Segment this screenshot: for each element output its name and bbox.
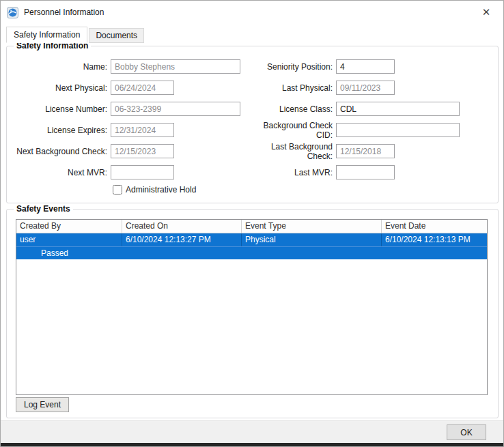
safety-events-group: Safety Events Created By Created On Even… <box>6 209 499 418</box>
next-background-check-label: Next Background Check: <box>8 147 111 156</box>
table-row[interactable]: user 6/10/2024 12:13:27 PM Physical 6/10… <box>16 233 487 246</box>
window-title: Personnel Information <box>24 8 104 17</box>
personnel-information-dialog: Personnel Information ✕ Safety Informati… <box>0 0 504 447</box>
safety-events-table: Created By Created On Event Type Event D… <box>16 219 488 395</box>
license-number-field[interactable] <box>111 102 240 116</box>
column-header-created-on[interactable]: Created On <box>122 220 242 233</box>
field-last-background-check: Last Background Check: <box>249 141 496 162</box>
table-empty-area <box>16 259 487 394</box>
license-class-field[interactable] <box>336 102 460 116</box>
seniority-position-label: Seniority Position: <box>249 62 336 72</box>
field-seniority-position: Seniority Position: <box>249 56 496 77</box>
field-next-mvr: Next MVR: <box>8 162 249 183</box>
log-event-button[interactable]: Log Event <box>16 397 69 412</box>
table-row-detail[interactable]: Passed <box>16 246 487 259</box>
license-expires-field[interactable] <box>111 123 174 137</box>
next-background-check-field[interactable] <box>111 144 174 158</box>
safety-events-group-title: Safety Events <box>14 204 73 214</box>
cell-event-date: 6/10/2024 12:13:13 PM <box>382 233 487 246</box>
safety-information-group: Safety Information Name: Seniority Posit… <box>6 46 499 203</box>
last-physical-label: Last Physical: <box>249 83 336 93</box>
title-bar: Personnel Information ✕ <box>1 1 503 24</box>
license-number-label: License Number: <box>8 104 111 114</box>
last-physical-field[interactable] <box>336 81 395 95</box>
last-background-check-label: Last Background Check: <box>249 142 336 161</box>
field-next-physical: Next Physical: <box>8 77 249 98</box>
window-bottom-edge <box>1 443 503 446</box>
app-icon <box>7 7 18 18</box>
field-last-physical: Last Physical: <box>249 77 496 98</box>
name-label: Name: <box>8 62 111 72</box>
license-expires-label: License Expires: <box>8 126 111 135</box>
last-background-check-field[interactable] <box>336 144 395 158</box>
next-mvr-label: Next MVR: <box>8 168 111 177</box>
tab-strip: Safety Information Documents <box>6 28 145 43</box>
license-class-label: License Class: <box>249 104 336 114</box>
column-header-event-date[interactable]: Event Date <box>382 220 487 233</box>
tab-documents[interactable]: Documents <box>89 28 144 43</box>
next-physical-label: Next Physical: <box>8 83 111 93</box>
field-license-expires: License Expires: <box>8 119 249 141</box>
cell-created-on: 6/10/2024 12:13:27 PM <box>122 233 242 246</box>
cell-created-by: user <box>16 233 122 246</box>
dialog-footer: OK <box>1 420 503 443</box>
field-last-mvr: Last MVR: <box>249 162 496 183</box>
administrative-hold-checkbox[interactable] <box>113 185 122 194</box>
last-mvr-field[interactable] <box>336 165 395 179</box>
administrative-hold-label: Administrative Hold <box>126 185 196 194</box>
administrative-hold-row: Administrative Hold <box>113 185 196 194</box>
field-background-check-cid: Background Check CID: <box>249 119 496 141</box>
field-name: Name: <box>8 56 249 77</box>
tab-safety-information[interactable]: Safety Information <box>6 27 87 43</box>
last-mvr-label: Last MVR: <box>249 168 336 177</box>
field-license-class: License Class: <box>249 98 496 119</box>
next-physical-field[interactable] <box>111 81 174 95</box>
safety-events-table-header: Created By Created On Event Type Event D… <box>16 220 487 233</box>
field-next-background-check: Next Background Check: <box>8 141 249 162</box>
close-icon[interactable]: ✕ <box>475 3 497 22</box>
ok-button[interactable]: OK <box>447 424 486 440</box>
seniority-position-field[interactable] <box>336 59 395 74</box>
column-header-created-by[interactable]: Created By <box>16 220 122 233</box>
column-header-event-type[interactable]: Event Type <box>242 220 382 233</box>
name-field[interactable] <box>111 59 240 74</box>
background-check-cid-field[interactable] <box>336 123 460 137</box>
background-check-cid-label: Background Check CID: <box>249 121 336 140</box>
field-license-number: License Number: <box>8 98 249 119</box>
next-mvr-field[interactable] <box>111 165 174 179</box>
safety-information-form: Name: Seniority Position: Next Physical:… <box>8 56 496 183</box>
cell-event-type: Physical <box>242 233 382 246</box>
